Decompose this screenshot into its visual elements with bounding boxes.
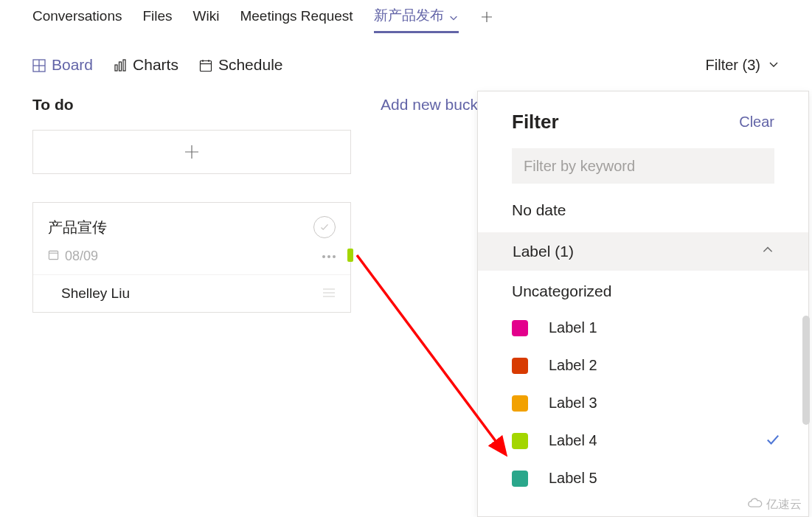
label-name: Label 4 — [549, 432, 597, 449]
filter-section-label-text: Label (1) — [513, 243, 574, 260]
label-option[interactable]: Label 5 — [512, 459, 774, 497]
filter-section-label[interactable]: Label (1) — [478, 232, 808, 271]
tab-active-label: 新产品发布 — [374, 6, 444, 25]
task-card[interactable]: 产品宣传 08/09 Shelley Liu — [32, 202, 351, 313]
tab-conversations[interactable]: Conversations — [32, 8, 122, 30]
label-swatch — [512, 433, 528, 449]
board-icon — [32, 58, 46, 72]
view-charts-label: Charts — [133, 56, 178, 74]
calendar-icon — [48, 249, 59, 264]
filter-trigger-label: Filter (3) — [706, 57, 760, 74]
task-date-text: 08/09 — [65, 249, 98, 264]
view-board[interactable]: Board — [32, 56, 93, 74]
label-option[interactable]: Label 3 — [512, 384, 774, 422]
label-name: Label 3 — [549, 395, 597, 412]
label-name: Label 5 — [549, 470, 597, 487]
svg-rect-10 — [49, 251, 58, 259]
tab-files[interactable]: Files — [142, 8, 172, 30]
task-label-chip — [347, 249, 353, 262]
filter-trigger[interactable]: Filter (3) — [706, 57, 780, 74]
task-assignee-row: Shelley Liu — [33, 274, 350, 312]
label-option[interactable]: Label 2 — [512, 347, 774, 384]
task-card-body: 产品宣传 08/09 — [33, 203, 350, 274]
view-schedule[interactable]: Schedule — [199, 56, 283, 74]
view-charts[interactable]: Charts — [114, 56, 178, 74]
filter-panel: Filter Clear No date Label (1) Uncategor… — [477, 91, 809, 517]
task-date: 08/09 — [48, 249, 98, 264]
charts-icon — [114, 58, 127, 72]
watermark: 亿速云 — [747, 497, 802, 513]
label-swatch — [512, 395, 528, 412]
label-swatch — [512, 358, 528, 374]
cloud-icon — [747, 498, 763, 512]
filter-uncategorized[interactable]: Uncategorized — [478, 271, 808, 305]
view-tabs: Board Charts Schedule — [32, 56, 282, 74]
column-title[interactable]: To do — [32, 96, 351, 114]
schedule-icon — [199, 58, 212, 72]
label-name: Label 1 — [549, 319, 597, 336]
chevron-down-icon[interactable] — [448, 10, 459, 21]
check-icon — [764, 431, 782, 451]
chevron-down-icon — [768, 57, 780, 74]
label-swatch — [512, 471, 528, 487]
tab-active-planner[interactable]: 新产品发布 — [374, 6, 459, 33]
scrollbar-thumb[interactable] — [802, 316, 810, 425]
watermark-text: 亿速云 — [766, 497, 802, 513]
view-row: Board Charts Schedule Filter (3) — [0, 31, 812, 74]
task-title: 产品宣传 — [48, 218, 107, 237]
label-name: Label 2 — [549, 357, 597, 374]
label-swatch — [512, 320, 528, 336]
channel-tabs: Conversations Files Wiki Meetings Reques… — [0, 0, 812, 31]
filter-panel-title: Filter — [512, 111, 559, 133]
tab-wiki[interactable]: Wiki — [193, 8, 220, 30]
add-bucket-button[interactable]: Add new bucket — [381, 96, 490, 114]
view-schedule-label: Schedule — [218, 56, 283, 74]
add-tab-button[interactable] — [479, 10, 494, 29]
task-more-button[interactable] — [322, 255, 336, 258]
svg-rect-5 — [123, 60, 125, 71]
label-list: Label 1Label 2Label 3Label 4Label 5 — [478, 305, 808, 497]
view-board-label: Board — [52, 56, 93, 74]
filter-keyword-input[interactable] — [512, 148, 774, 184]
complete-task-button[interactable] — [313, 216, 336, 238]
chevron-up-icon — [761, 243, 774, 260]
label-option[interactable]: Label 1 — [512, 309, 774, 347]
filter-section-nodate[interactable]: No date — [478, 184, 808, 223]
add-task-button[interactable] — [32, 130, 351, 174]
assignee-name: Shelley Liu — [61, 285, 130, 302]
clear-filters-button[interactable]: Clear — [739, 114, 774, 131]
svg-rect-3 — [115, 65, 117, 71]
svg-rect-4 — [119, 62, 122, 71]
svg-rect-6 — [200, 61, 211, 72]
column-addnew: Add new bucket — [381, 96, 490, 313]
label-option[interactable]: Label 4 — [512, 422, 774, 459]
drag-handle-icon[interactable] — [322, 285, 336, 302]
tab-meetings-request[interactable]: Meetings Request — [240, 8, 353, 30]
column-todo: To do 产品宣传 08/09 — [32, 96, 351, 313]
